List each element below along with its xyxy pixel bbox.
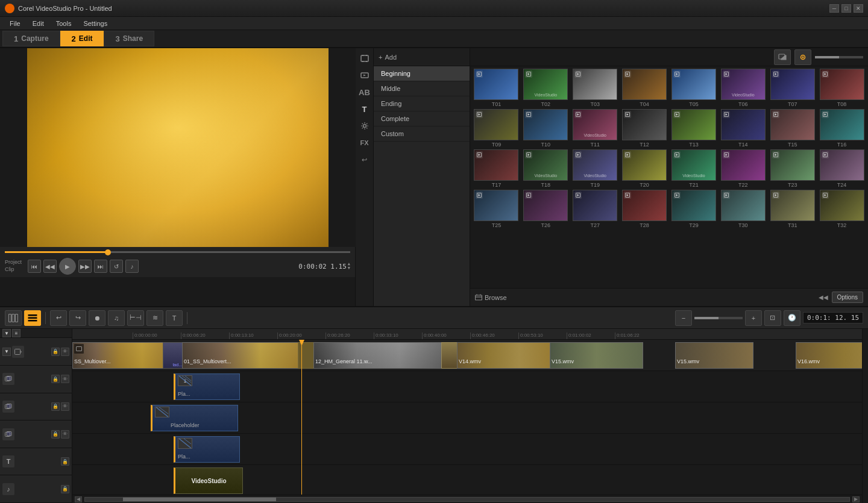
clip-block[interactable]: SS_Multiover... [72,342,166,369]
timeline-zoom-slider[interactable] [694,317,743,319]
time-slider[interactable] [5,251,350,253]
track-lock-btn[interactable]: 🔒 [51,348,60,356]
clip-block[interactable]: 01_SS_Multiovert... [182,342,300,369]
multitrack-button[interactable]: ≋ [146,310,163,326]
overlay2-lock-btn[interactable]: 🔒 [51,402,60,411]
undo-button[interactable]: ↩ [50,310,67,326]
back-icon[interactable]: ↩ [357,152,373,167]
overlay2-vis-btn[interactable]: 👁 [61,402,69,411]
clip-block[interactable]: V14.wmv [457,342,550,369]
thumbnail-item[interactable]: T04 [621,69,668,107]
title-lock-btn[interactable]: 🔒 [61,457,69,466]
thumbnail-item[interactable]: T26 [522,190,570,228]
thumbnail-item[interactable]: T08 [818,69,866,107]
clip-title[interactable]: VideoStudio [174,467,243,494]
scroll-right-btn[interactable]: ▶ [852,496,860,502]
thumbnail-item[interactable]: T14 [719,109,767,148]
options-icon[interactable] [794,49,811,65]
text-timeline-button[interactable]: T [166,310,183,326]
transition-block-3[interactable] [441,342,458,369]
overlay3-lock-btn[interactable]: 🔒 [51,430,60,439]
clip-overlay3[interactable]: Pla... [174,436,240,463]
expand-collapse-btn[interactable]: ▼ [2,329,11,337]
time-slider-thumb[interactable] [105,249,111,255]
category-custom[interactable]: Custom [374,127,470,142]
menu-tools[interactable]: Tools [50,19,78,28]
media-icon[interactable] [357,67,373,83]
thumbnail-item[interactable]: T29 [670,190,718,228]
zoom-in-button[interactable]: + [745,310,762,326]
vertical-scrollbar[interactable] [862,329,868,503]
thumbnail-item[interactable]: T27 [571,190,619,228]
zoom-slider[interactable] [815,56,863,58]
music-lock-btn[interactable]: 🔒 [61,485,69,493]
overlay1-vis-btn[interactable]: 👁 [61,375,69,383]
prev-frame-button[interactable]: ◀◀ [43,260,57,273]
options-button[interactable]: Options [832,292,863,303]
thumbnail-item[interactable]: T05 [670,69,718,107]
menu-file[interactable]: File [4,19,27,28]
tab-capture[interactable]: 1 Capture [2,31,60,46]
maximize-button[interactable]: □ [841,4,851,13]
thumbnail-item[interactable]: T09 [473,109,520,148]
storyboard-button[interactable] [5,310,22,326]
audio-mix-button[interactable]: ♫ [108,310,125,326]
close-button[interactable]: ✕ [854,4,863,13]
thumbnail-item[interactable]: T12 [621,109,668,148]
thumbnail-item[interactable]: T30 [719,190,767,228]
fit-button[interactable]: ⊡ [764,310,781,326]
track-mute-btn[interactable]: 👁 [61,348,69,356]
repeat-button[interactable]: ↺ [110,260,123,273]
category-complete[interactable]: Complete [374,111,470,127]
menu-edit[interactable]: Edit [27,19,50,28]
clock-button[interactable]: 🕐 [784,310,800,326]
next-frame-button[interactable]: ▶▶ [78,260,92,273]
category-beginning[interactable]: Beginning [374,66,470,81]
thumbnail-item[interactable]: VideoStudioT11 [571,109,619,148]
thumbnail-item[interactable]: VideoStudioT06 [719,69,767,107]
import-button[interactable] [774,49,791,65]
fx-icon[interactable]: FX [357,135,373,151]
thumbnail-item[interactable]: T24 [818,149,866,188]
add-button[interactable]: + Add [379,54,397,61]
thumbnail-item[interactable]: T15 [769,109,816,148]
clip-block[interactable]: 12_HM_General 11.w... [313,342,443,369]
thumbnail-item[interactable]: VideoStudioT02 [522,69,570,107]
thumbnail-item[interactable]: T31 [769,190,816,228]
menu-btn[interactable]: ≡ [12,329,20,337]
clip-overlay1[interactable]: 1 Pla... [174,373,240,400]
audio-button[interactable]: ♪ [125,260,139,273]
transition-block[interactable]: tad... [163,342,184,369]
redo-button[interactable]: ↪ [69,310,86,326]
time-arrows[interactable]: ▲ ▼ [348,262,350,270]
thumbnail-item[interactable]: T22 [719,149,767,188]
thumbnail-item[interactable]: VideoStudioT19 [571,149,619,188]
tab-edit[interactable]: 2 Edit [60,31,104,46]
thumbnail-item[interactable]: T01 [473,69,520,107]
thumbnail-item[interactable]: T23 [769,149,816,188]
scroll-left-btn[interactable]: ◀ [75,496,82,502]
zoom-out-button[interactable]: − [675,310,692,326]
overlay3-vis-btn[interactable]: 👁 [61,430,69,439]
thumbnail-item[interactable]: T17 [473,149,520,188]
timeline-button[interactable] [24,310,41,326]
menu-settings[interactable]: Settings [77,19,113,28]
expand-video-btn[interactable]: ▼ [2,348,11,356]
go-end-button[interactable]: ⏭ [94,260,107,273]
thumbnail-item[interactable]: T20 [621,149,668,188]
clip-block[interactable]: V15.wmv [550,342,643,369]
category-middle[interactable]: Middle [374,81,470,96]
overlay1-lock-btn[interactable]: 🔒 [51,375,60,383]
clip-block[interactable]: V16.wmv [796,342,862,369]
browse-button[interactable]: Browse [475,294,507,301]
thumbnail-item[interactable]: T10 [522,109,570,148]
thumbnail-item[interactable]: T28 [621,190,668,228]
thumbnail-item[interactable]: T03 [571,69,619,107]
title-icon[interactable]: T [357,101,373,117]
tracks-scroll-area[interactable]: SS_Multiover... tad... 01_SS_Multiovert.… [72,340,862,495]
thumbnail-item[interactable]: T13 [670,109,718,148]
collapse-button[interactable]: ◀◀ [819,294,828,301]
tab-share[interactable]: 3 Share [104,31,154,46]
thumbnail-item[interactable]: VideoStudioT18 [522,149,570,188]
thumbnail-item[interactable]: T32 [818,190,866,228]
